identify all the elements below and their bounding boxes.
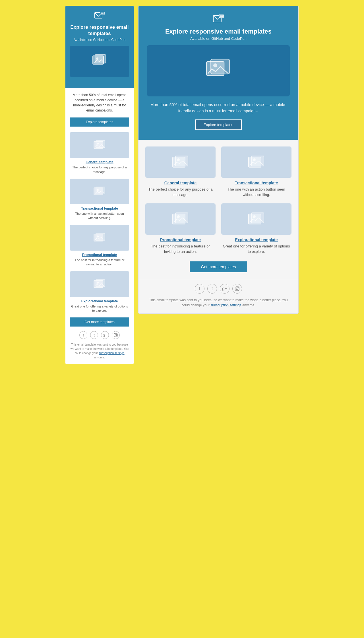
explorational-template-title[interactable]: Explorational template xyxy=(70,299,129,303)
svg-point-37 xyxy=(177,215,180,218)
transactional-template-desc: The one with an action button seen witho… xyxy=(70,212,129,220)
svg-rect-36 xyxy=(175,213,188,223)
explorational-template-image xyxy=(70,271,129,297)
svg-point-40 xyxy=(253,215,256,218)
desktop-transactional-template-title[interactable]: Transactional template xyxy=(221,181,291,185)
desktop-get-more-button[interactable]: Get more templates xyxy=(190,261,247,272)
desktop-explorational-template-desc: Great one for offering a variety of opti… xyxy=(221,243,291,255)
svg-point-21 xyxy=(117,334,117,335)
desktop-transactional-image xyxy=(221,146,291,178)
desktop-footer: f t g+ This email template was sent to y… xyxy=(138,279,298,313)
svg-rect-23 xyxy=(219,15,224,18)
desktop-template-card-general: General template The perfect choice for … xyxy=(145,146,216,198)
desktop-subscription-link[interactable]: subscription settings xyxy=(210,303,241,307)
desktop-promotional-template-desc: The best for introducing a feature or in… xyxy=(145,243,216,255)
desktop-facebook-icon[interactable]: f xyxy=(195,284,204,294)
promotional-template-title[interactable]: Promotional template xyxy=(70,253,129,257)
desktop-promotional-template-title[interactable]: Promotional template xyxy=(145,238,216,242)
desktop-transactional-template-desc: The one with an action button seen witho… xyxy=(221,187,291,198)
general-template-desc: The perfect choice for any purpose of a … xyxy=(70,165,129,174)
mobile-template-card-transactional: Transactional template The one with an a… xyxy=(70,179,129,220)
mobile-template-card-promotional: Promotional template The best for introd… xyxy=(70,225,129,267)
mobile-footer-text-after: anytime. xyxy=(94,356,105,359)
desktop-explorational-image xyxy=(221,203,291,235)
desktop-general-image xyxy=(145,146,216,178)
mobile-get-more-button[interactable]: Get more templates xyxy=(70,317,129,327)
explorational-template-desc: Great one for offering a variety of opti… xyxy=(70,304,129,313)
desktop-general-template-title[interactable]: General template xyxy=(145,181,216,185)
mobile-template-card-explorational: Explorational template Great one for off… xyxy=(70,271,129,313)
desktop-hero-body-text: More than 50% of total email opens occur… xyxy=(147,102,290,114)
general-template-image xyxy=(70,132,129,158)
svg-rect-30 xyxy=(175,156,188,166)
email-header-icon xyxy=(70,11,129,22)
mobile-explore-button[interactable]: Explore templates xyxy=(70,117,129,127)
transactional-template-image xyxy=(70,179,129,204)
mobile-hero: Explore responsive email templates Avail… xyxy=(65,6,134,88)
mobile-template-card-general: General template The perfect choice for … xyxy=(70,132,129,174)
svg-point-43 xyxy=(238,287,239,288)
desktop-explorational-template-title[interactable]: Explorational template xyxy=(221,238,291,242)
svg-point-18 xyxy=(97,282,99,284)
mobile-hero-title: Explore responsive email templates xyxy=(70,24,129,37)
svg-point-28 xyxy=(213,63,217,67)
desktop-templates-grid: General template The perfect choice for … xyxy=(145,146,291,255)
desktop-hero-subtitle: Available on GitHub and CodePen xyxy=(147,36,290,41)
page-wrapper: Explore responsive email templates Avail… xyxy=(65,6,299,632)
desktop-template-card-promotional: Promotional template The best for introd… xyxy=(145,203,216,255)
mobile-email-preview: Explore responsive email templates Avail… xyxy=(65,6,134,364)
desktop-hero: Explore responsive email templates Avail… xyxy=(138,6,298,140)
svg-point-20 xyxy=(115,334,117,336)
svg-point-15 xyxy=(97,236,99,237)
facebook-icon[interactable]: f xyxy=(79,331,87,339)
desktop-footer-text: This email template was sent to you beca… xyxy=(145,298,291,308)
svg-rect-33 xyxy=(251,156,264,166)
mobile-footer: Get more templates f t g+ This email tem… xyxy=(65,317,134,364)
desktop-general-template-desc: The perfect choice for any purpose of a … xyxy=(145,187,216,198)
promotional-template-image xyxy=(70,225,129,251)
svg-rect-19 xyxy=(114,333,117,337)
desktop-instagram-icon[interactable] xyxy=(232,284,242,294)
desktop-googleplus-icon[interactable]: g+ xyxy=(220,284,229,294)
googleplus-icon[interactable]: g+ xyxy=(101,331,109,339)
mobile-hero-image xyxy=(70,46,129,77)
desktop-hero-image xyxy=(147,45,290,96)
mobile-body-text: More than 50% of total email opens occur… xyxy=(70,92,129,113)
desktop-body: General template The perfect choice for … xyxy=(138,140,298,279)
mobile-body: More than 50% of total email opens occur… xyxy=(65,88,134,313)
desktop-get-more-section: Get more templates xyxy=(145,261,291,279)
svg-point-34 xyxy=(253,158,256,161)
svg-point-9 xyxy=(97,143,99,144)
mobile-social-icons: f t g+ xyxy=(70,331,129,339)
svg-rect-1 xyxy=(100,12,104,15)
instagram-icon[interactable] xyxy=(112,331,120,339)
svg-rect-39 xyxy=(251,213,264,223)
general-template-title[interactable]: General template xyxy=(70,160,129,164)
desktop-email-preview: Explore responsive email templates Avail… xyxy=(138,6,299,314)
desktop-email-header-icon xyxy=(147,15,290,25)
desktop-twitter-icon[interactable]: t xyxy=(207,284,217,294)
desktop-template-card-transactional: Transactional template The one with an a… xyxy=(221,146,291,198)
promotional-template-desc: The best for introducing a feature or in… xyxy=(70,258,129,267)
desktop-hero-image-placeholder-icon xyxy=(206,58,231,84)
mobile-footer-text: This email template was sent to you beca… xyxy=(70,342,129,360)
desktop-template-card-explorational: Explorational template Great one for off… xyxy=(221,203,291,255)
desktop-explore-button[interactable]: Explore templates xyxy=(195,119,242,130)
hero-image-placeholder-icon xyxy=(92,54,107,69)
svg-rect-41 xyxy=(235,287,239,291)
desktop-hero-title: Explore responsive email templates xyxy=(147,28,290,35)
svg-point-31 xyxy=(177,158,180,161)
twitter-icon[interactable]: t xyxy=(90,331,98,339)
transactional-template-title[interactable]: Transactional template xyxy=(70,207,129,210)
desktop-social-icons: f t g+ xyxy=(145,284,291,294)
desktop-footer-text-after: anytime. xyxy=(241,303,255,307)
svg-point-42 xyxy=(236,288,238,290)
mobile-hero-subtitle: Available on GitHub and CodePen xyxy=(70,38,129,42)
desktop-promotional-image xyxy=(145,203,216,235)
mobile-subscription-link[interactable]: subscription settings xyxy=(99,352,125,355)
svg-point-12 xyxy=(97,189,99,191)
